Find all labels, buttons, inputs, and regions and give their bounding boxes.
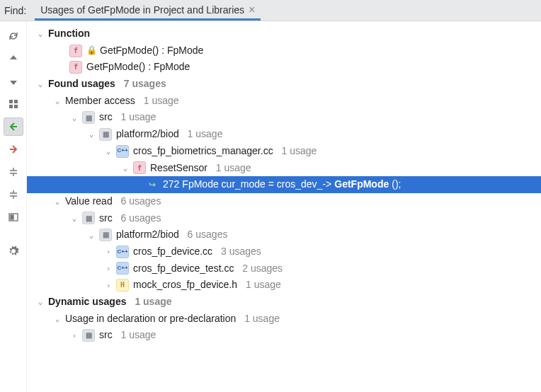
- file-node[interactable]: › H mock_cros_fp_device.h 1 usage: [27, 277, 541, 294]
- function-node[interactable]: ⌄ f ResetSensor 1 usage: [27, 160, 541, 177]
- usage-line-node[interactable]: ↪ 272 FpMode cur_mode = cros_dev_->GetFp…: [27, 176, 541, 193]
- chevron-right-icon[interactable]: ›: [69, 330, 79, 342]
- chevron-down-icon[interactable]: ⌄: [52, 195, 62, 207]
- src-folder-node[interactable]: ⌄ ▦ src 6 usages: [27, 210, 541, 227]
- expand-all-button[interactable]: [4, 163, 23, 181]
- show-read-access-button[interactable]: [4, 117, 23, 136]
- usage-count: 1 usage: [216, 161, 251, 176]
- chevron-down-icon[interactable]: ⌄: [86, 128, 96, 140]
- svg-rect-5: [11, 215, 13, 219]
- prev-occurrence-button[interactable]: [4, 50, 23, 68]
- usage-count: 1 usage: [244, 311, 280, 327]
- chevron-right-icon[interactable]: ›: [103, 246, 113, 258]
- show-write-access-button[interactable]: [4, 140, 23, 158]
- folder-icon: ▦: [82, 111, 95, 124]
- line-number: 272: [163, 177, 179, 192]
- chevron-down-icon[interactable]: ⌄: [86, 229, 96, 241]
- group-label: Found usages: [48, 76, 115, 92]
- close-icon[interactable]: ×: [249, 4, 255, 16]
- group-label: Dynamic usages: [48, 294, 127, 310]
- chevron-down-icon[interactable]: ⌄: [52, 313, 62, 325]
- folder-label: platform2/biod: [116, 127, 179, 142]
- usage-count: 1 usage: [246, 277, 281, 293]
- side-toolbar: [0, 21, 27, 392]
- folder-label: src: [99, 110, 113, 125]
- usage-count: 1 usage: [282, 144, 317, 159]
- preview-button[interactable]: [4, 208, 23, 226]
- declaration-usage-node[interactable]: ⌄ Usage in declaration or pre-declaratio…: [27, 311, 541, 328]
- code-pre: FpMode cur_mode = cros_dev_->: [182, 177, 331, 192]
- member-access-node[interactable]: ⌄ Member access 1 usage: [27, 93, 541, 110]
- svg-rect-0: [9, 100, 13, 103]
- file-node[interactable]: › C++ cros_fp_device.cc 3 usages: [27, 243, 541, 260]
- svg-rect-3: [14, 105, 18, 108]
- file-label: cros_fp_device_test.cc: [133, 261, 234, 277]
- usage-count: 1 usage: [188, 127, 223, 142]
- value-read-node[interactable]: ⌄ Value read 6 usages: [27, 193, 541, 210]
- usage-count: 1 usage: [121, 110, 156, 125]
- chevron-right-icon[interactable]: ›: [103, 279, 113, 292]
- src-folder-node[interactable]: › ▦ src 1 usage: [27, 327, 541, 344]
- code-match: GetFpMode: [334, 177, 389, 192]
- header-file-icon: H: [116, 279, 129, 292]
- folder-label: src: [99, 211, 113, 226]
- biod-folder-node[interactable]: ⌄ ▦ platform2/biod 1 usage: [27, 126, 541, 143]
- code-post: ();: [392, 177, 401, 192]
- usage-count: 6 usages: [121, 211, 161, 226]
- signature-label: GetFpMode() : FpMode: [100, 43, 203, 59]
- folder-label: src: [99, 328, 113, 343]
- function-group-node[interactable]: ⌄ Function: [27, 25, 541, 42]
- svg-rect-2: [9, 105, 13, 108]
- usage-count: 2 usages: [242, 261, 283, 277]
- usage-count: 7 usages: [124, 76, 166, 92]
- usage-count: 6 usages: [121, 194, 161, 209]
- find-label: Find:: [4, 5, 26, 16]
- return-arrow-icon: ↪: [149, 178, 160, 192]
- group-label: Usage in declaration or pre-declaration: [65, 311, 236, 327]
- function-signature-node[interactable]: f GetFpMode() : FpMode: [27, 59, 541, 76]
- found-usages-node[interactable]: ⌄ Found usages 7 usages: [27, 76, 541, 93]
- settings-button[interactable]: [4, 242, 23, 260]
- file-label: mock_cros_fp_device.h: [133, 277, 237, 293]
- group-label: Function: [48, 26, 90, 42]
- svg-rect-1: [14, 100, 18, 103]
- file-label: cros_fp_biometrics_manager.cc: [133, 144, 273, 159]
- chevron-down-icon[interactable]: ⌄: [103, 145, 113, 157]
- folder-label: platform2/biod: [116, 227, 179, 243]
- refresh-button[interactable]: [4, 27, 23, 45]
- usage-count: 1 usage: [121, 328, 156, 343]
- function-icon: f: [133, 161, 146, 174]
- src-folder-node[interactable]: ⌄ ▦ src 1 usage: [27, 109, 541, 126]
- usages-tree[interactable]: ⌄ Function f 🔒 GetFpMode() : FpMode f Ge…: [27, 21, 541, 392]
- function-signature-node[interactable]: f 🔒 GetFpMode() : FpMode: [27, 42, 541, 59]
- chevron-down-icon[interactable]: ⌄: [52, 95, 62, 107]
- next-occurrence-button[interactable]: [4, 72, 23, 91]
- chevron-down-icon[interactable]: ⌄: [120, 162, 130, 174]
- group-label: Member access: [65, 93, 135, 109]
- file-node[interactable]: › C++ cros_fp_device_test.cc 2 usages: [27, 260, 541, 277]
- chevron-down-icon[interactable]: ⌄: [35, 78, 45, 90]
- folder-icon: ▦: [99, 128, 112, 141]
- folder-icon: ▦: [82, 212, 95, 224]
- chevron-down-icon[interactable]: ⌄: [35, 296, 45, 308]
- cpp-file-icon: C++: [116, 246, 129, 258]
- chevron-right-icon[interactable]: ›: [103, 263, 113, 275]
- file-node[interactable]: ⌄ C++ cros_fp_biometrics_manager.cc 1 us…: [27, 143, 541, 160]
- usage-count: 1 usage: [144, 93, 179, 109]
- usage-count: 3 usages: [221, 244, 261, 260]
- function-icon: f: [69, 61, 82, 74]
- folder-icon: ▦: [82, 329, 95, 342]
- function-icon: f: [69, 45, 82, 57]
- file-label: cros_fp_device.cc: [133, 244, 212, 260]
- dynamic-usages-node[interactable]: ⌄ Dynamic usages 1 usage: [27, 294, 541, 311]
- group-label: Value read: [65, 194, 113, 209]
- usage-count: 1 usage: [135, 294, 171, 310]
- collapse-all-button[interactable]: [4, 185, 23, 204]
- group-by-button[interactable]: [4, 95, 23, 113]
- function-label: ResetSensor: [150, 161, 207, 176]
- chevron-down-icon[interactable]: ⌄: [35, 28, 45, 40]
- biod-folder-node[interactable]: ⌄ ▦ platform2/biod 6 usages: [27, 226, 541, 243]
- chevron-down-icon[interactable]: ⌄: [69, 212, 79, 224]
- chevron-down-icon[interactable]: ⌄: [69, 112, 79, 124]
- find-tab[interactable]: Usages of GetFpMode in Project and Libra…: [35, 1, 261, 21]
